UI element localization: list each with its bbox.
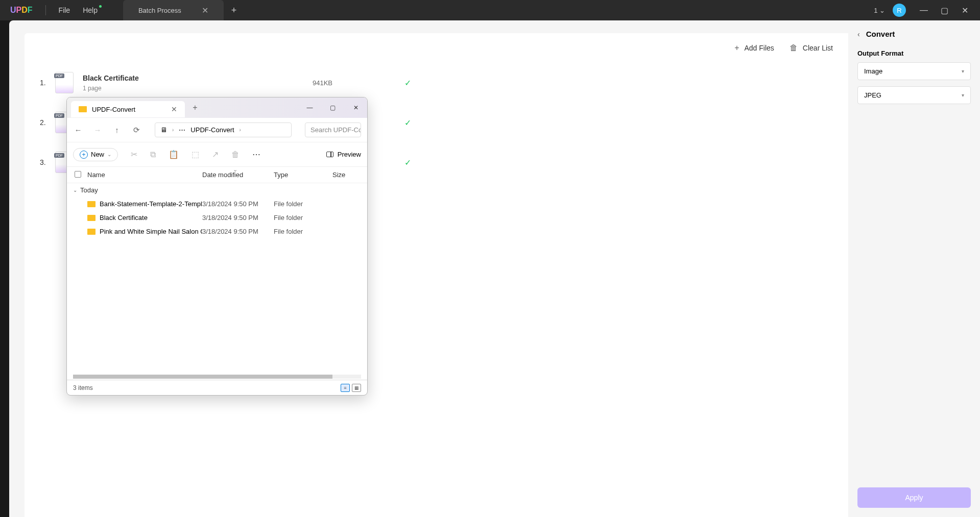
- paste-icon[interactable]: 📋: [169, 150, 179, 159]
- column-name[interactable]: Name: [87, 171, 202, 179]
- file-name: Black Certificate: [83, 74, 313, 82]
- folder-name: Bank-Statement-Template-2-Templat...: [87, 200, 202, 208]
- folder-icon: [87, 229, 95, 235]
- pdf-thumbnail: PDF: [55, 72, 74, 93]
- folder-date: 3/18/2024 9:50 PM: [202, 228, 274, 235]
- share-icon[interactable]: ↗: [212, 150, 219, 159]
- nav-up-button[interactable]: ↑: [112, 126, 122, 134]
- titlebar-right: 1 ⌄ R — ▢ ✕: [874, 0, 980, 20]
- document-tabs: Batch Process ✕ +: [123, 0, 244, 21]
- menu-file[interactable]: File: [59, 6, 70, 14]
- new-label: New: [91, 151, 104, 158]
- file-number: 1.: [40, 79, 55, 87]
- folder-date: 3/18/2024 9:50 PM: [202, 200, 274, 208]
- explorer-body: ⌄ Today Bank-Statement-Template-2-Templa…: [67, 183, 367, 375]
- breadcrumb[interactable]: 🖥 › ⋯ UPDF-Convert ›: [155, 122, 292, 137]
- new-button[interactable]: + New ⌄: [73, 148, 118, 161]
- folder-type: File folder: [274, 228, 332, 235]
- folder-type: File folder: [274, 200, 332, 208]
- folder-icon: [79, 106, 87, 112]
- tab-count-value: 1: [874, 7, 877, 14]
- copy-icon[interactable]: ⧉: [150, 150, 156, 159]
- folder-row[interactable]: Pink and White Simple Nail Salon Clie...…: [67, 225, 367, 238]
- tiles-view-button[interactable]: ▦: [352, 384, 361, 392]
- explorer-add-tab[interactable]: +: [185, 103, 205, 112]
- group-label: Today: [80, 186, 98, 194]
- group-today[interactable]: ⌄ Today: [67, 183, 367, 197]
- more-icon[interactable]: ⋯: [179, 126, 185, 134]
- more-button[interactable]: ⋯: [252, 150, 261, 159]
- chevron-down-icon: ⌄: [879, 7, 885, 14]
- check-icon: ✓: [404, 118, 425, 128]
- trash-icon: 🗑: [790, 43, 798, 53]
- preview-toggle[interactable]: Preview: [326, 151, 361, 158]
- details-view-button[interactable]: ≡: [341, 384, 350, 392]
- horizontal-scrollbar[interactable]: [73, 375, 361, 379]
- pdf-badge-icon: PDF: [54, 113, 64, 118]
- preview-pane-icon: [326, 152, 333, 157]
- column-date[interactable]: Date modified: [202, 171, 274, 179]
- format-type-select[interactable]: Image ▾: [857, 62, 971, 80]
- back-button[interactable]: ‹: [857, 30, 860, 38]
- close-icon[interactable]: ✕: [171, 105, 177, 113]
- menu-help[interactable]: Help: [83, 6, 98, 14]
- minimize-button[interactable]: —: [914, 0, 934, 20]
- nav-back-button[interactable]: ←: [73, 126, 83, 134]
- breadcrumb-item[interactable]: UPDF-Convert: [190, 126, 234, 134]
- nav-forward-button[interactable]: →: [92, 126, 103, 134]
- add-tab-button[interactable]: +: [224, 0, 245, 21]
- scrollbar-thumb[interactable]: [73, 375, 332, 379]
- sidebar-title: Convert: [866, 30, 895, 38]
- folder-name: Black Certificate: [87, 214, 202, 221]
- preview-label: Preview: [338, 151, 361, 158]
- column-type[interactable]: Type: [274, 171, 332, 179]
- folder-row[interactable]: Bank-Statement-Template-2-Templat... 3/1…: [67, 197, 367, 211]
- notification-dot-icon: [99, 5, 102, 8]
- minimize-button[interactable]: —: [298, 97, 321, 118]
- menu-help-label: Help: [83, 6, 98, 14]
- explorer-nav: ← → ↑ ⟳ 🖥 › ⋯ UPDF-Convert › Search UPDF…: [67, 118, 367, 142]
- explorer-window-controls: — ▢ ✕: [298, 97, 367, 118]
- explorer-titlebar[interactable]: UPDF-Convert ✕ + — ▢ ✕: [67, 97, 367, 118]
- delete-icon[interactable]: 🗑: [231, 150, 240, 159]
- column-headers: Name Date modified Type Size: [67, 167, 367, 183]
- clear-list-button[interactable]: 🗑 Clear List: [790, 43, 833, 53]
- folder-name: Pink and White Simple Nail Salon Clie...: [87, 228, 202, 235]
- rename-icon[interactable]: ⬚: [192, 150, 199, 159]
- image-format-select[interactable]: JPEG ▾: [857, 86, 971, 104]
- clear-list-label: Clear List: [803, 44, 833, 52]
- explorer-statusbar: 3 items ≡ ▦: [67, 380, 367, 395]
- nav-refresh-button[interactable]: ⟳: [131, 126, 141, 135]
- folder-row[interactable]: Black Certificate 3/18/2024 9:50 PM File…: [67, 211, 367, 225]
- cut-icon[interactable]: ✂: [131, 150, 137, 159]
- main-menu: File Help: [49, 6, 108, 14]
- file-number: 3.: [40, 158, 55, 166]
- item-count: 3 items: [73, 384, 93, 391]
- tab-batch-process[interactable]: Batch Process ✕: [123, 0, 224, 21]
- maximize-button[interactable]: ▢: [321, 97, 344, 118]
- close-icon[interactable]: ✕: [202, 6, 208, 15]
- close-button[interactable]: ✕: [344, 97, 367, 118]
- add-files-button[interactable]: + Add Files: [734, 43, 774, 53]
- select-all-checkbox[interactable]: [75, 171, 87, 179]
- file-explorer-window: UPDF-Convert ✕ + — ▢ ✕ ← → ↑ ⟳ 🖥 › ⋯ UPD…: [66, 97, 368, 396]
- convert-sidebar: ‹ Convert Output Format Image ▾ JPEG ▾ A…: [848, 20, 980, 517]
- column-size[interactable]: Size: [332, 171, 360, 179]
- explorer-search[interactable]: Search UPDF-Co: [305, 122, 361, 137]
- file-info: Black Certificate 1 page: [83, 74, 313, 92]
- tab-counter[interactable]: 1 ⌄: [874, 7, 885, 14]
- sidebar-header: ‹ Convert: [857, 30, 971, 38]
- view-toggles: ≡ ▦: [341, 384, 361, 392]
- apply-button[interactable]: Apply: [857, 487, 971, 508]
- close-button[interactable]: ✕: [954, 0, 975, 20]
- maximize-button[interactable]: ▢: [934, 0, 954, 20]
- app-logo: UPDF: [0, 6, 43, 15]
- folder-type: File folder: [274, 214, 332, 221]
- tab-label: Batch Process: [138, 7, 181, 14]
- chevron-right-icon: ›: [240, 127, 241, 133]
- chevron-down-icon: ▾: [962, 68, 964, 74]
- explorer-tab[interactable]: UPDF-Convert ✕: [71, 101, 185, 117]
- select-value: JPEG: [864, 91, 881, 99]
- chevron-down-icon: ⌄: [73, 187, 77, 193]
- user-avatar[interactable]: R: [893, 4, 906, 17]
